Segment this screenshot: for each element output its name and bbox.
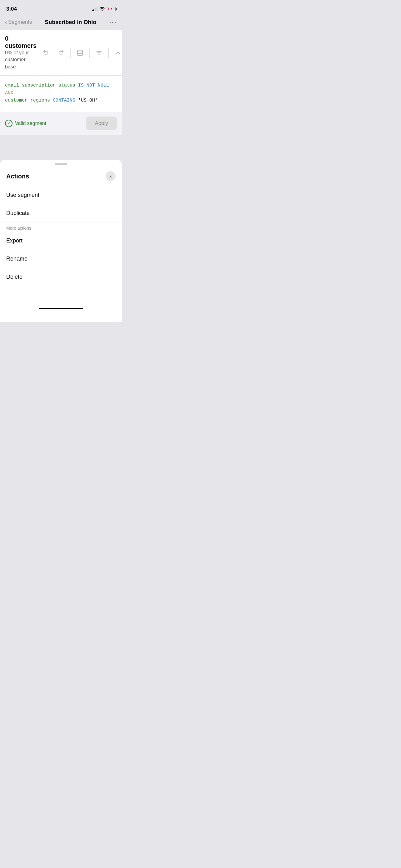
use-segment-button[interactable]: Use segment — [0, 186, 122, 204]
apply-button[interactable]: Apply — [86, 117, 117, 130]
segment-card: 0 customers 0% of your customer base — [0, 30, 122, 135]
export-button[interactable]: Export — [0, 232, 122, 250]
sheet-handle — [55, 163, 67, 165]
code-operator-2: CONTAINS — [53, 98, 78, 103]
code-field-2: customer_regions — [5, 98, 50, 103]
sheet-items: Use segment Duplicate — [0, 186, 122, 222]
more-button[interactable]: ··· — [109, 18, 117, 26]
undo-button[interactable] — [41, 48, 51, 58]
view-button-group — [71, 48, 90, 58]
collapse-button[interactable] — [113, 48, 122, 58]
collapse-button-group — [109, 48, 122, 58]
back-label: Segments — [8, 19, 32, 25]
table-view-button[interactable] — [75, 48, 85, 58]
back-button[interactable]: ‹ Segments — [5, 19, 32, 26]
svg-rect-0 — [77, 50, 83, 55]
valid-badge: ✓ Valid segment — [5, 120, 46, 127]
gray-spacer — [0, 135, 122, 160]
sheet-bottom-space — [0, 286, 122, 305]
delete-button[interactable]: Delete — [0, 268, 122, 286]
code-block: email_subscription_status IS NOT NULL AN… — [0, 75, 122, 112]
battery-icon: 7 — [107, 7, 115, 11]
valid-row: ✓ Valid segment Apply — [0, 112, 122, 135]
more-sheet-items: Export Rename Delete — [0, 232, 122, 286]
home-bar — [39, 308, 83, 309]
code-field-1: email_subscription_status — [5, 83, 75, 88]
sheet-handle-row — [0, 160, 122, 167]
close-icon: × — [109, 174, 112, 179]
customers-info: 0 customers 0% of your customer base — [5, 35, 37, 70]
undo-redo-group — [37, 48, 71, 58]
valid-check-icon: ✓ — [5, 120, 12, 127]
code-operator-1: IS NOT NULL — [78, 83, 109, 88]
page-title: Subscribed in Ohio — [45, 19, 97, 26]
more-actions-label: More actions — [0, 222, 122, 232]
rename-button[interactable]: Rename — [0, 250, 122, 268]
customers-count: 0 customers — [5, 35, 37, 50]
back-chevron-icon: ‹ — [5, 19, 7, 26]
filter-button[interactable] — [94, 48, 104, 58]
actions-title: Actions — [6, 173, 29, 180]
sheet-header: Actions × — [0, 167, 122, 186]
code-value: 'US-OH' — [78, 98, 98, 103]
nav-bar: ‹ Segments Subscribed in Ohio ··· — [0, 16, 122, 30]
code-and: AND — [5, 90, 13, 96]
status-icons: 7 — [92, 6, 115, 12]
customers-percent: 0% of your customer base — [5, 50, 37, 70]
status-time: 3:04 — [6, 6, 17, 12]
close-button[interactable]: × — [106, 171, 115, 181]
toolbar-icons — [37, 48, 122, 58]
wifi-icon — [99, 6, 105, 12]
home-indicator — [0, 305, 122, 311]
signal-icon — [92, 7, 97, 11]
valid-label: Valid segment — [15, 121, 46, 126]
customers-row: 0 customers 0% of your customer base — [0, 30, 122, 75]
filter-button-group — [90, 48, 109, 58]
duplicate-button[interactable]: Duplicate — [0, 204, 122, 222]
status-bar: 3:04 7 — [0, 0, 122, 16]
bottom-sheet: Actions × Use segment Duplicate More act… — [0, 160, 122, 322]
redo-button[interactable] — [56, 48, 66, 58]
